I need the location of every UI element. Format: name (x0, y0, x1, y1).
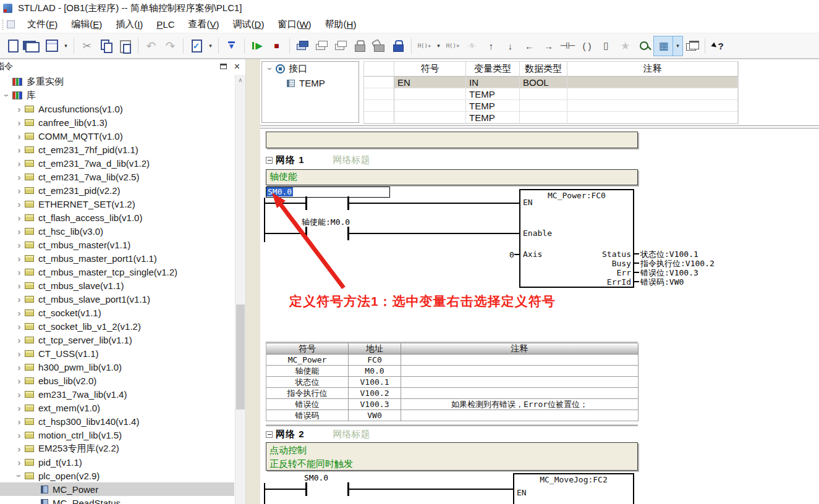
contact-bar[interactable] (305, 196, 307, 210)
interface-temp-node[interactable]: TEMP (262, 76, 359, 90)
network1-comment-box[interactable]: 轴使能 (266, 169, 638, 185)
expand-chevron-icon[interactable] (14, 376, 25, 386)
tree-item[interactable]: COMM_MQTT(v1.0) (0, 129, 234, 143)
menu-item[interactable]: PLC (150, 16, 181, 33)
expand-chevron-icon[interactable] (14, 457, 25, 468)
address-cell[interactable]: FC0 (349, 355, 401, 366)
stop-icon[interactable]: ■ (267, 36, 286, 56)
operand-edit-field[interactable]: SM0.0 (266, 187, 390, 198)
errid-operand[interactable]: 错误码:VW0 (640, 277, 684, 288)
pou-stack-blue-icon[interactable] (293, 36, 312, 56)
program-comment-box[interactable] (266, 132, 638, 148)
interface-root-node[interactable]: 接口 (262, 62, 359, 76)
compile-check-icon[interactable]: ✓ (187, 36, 206, 56)
tree-item[interactable]: MC_Power (0, 482, 234, 496)
expand-chevron-icon[interactable] (14, 145, 25, 155)
tree-item[interactable]: canfree_lib(v1.3) (0, 116, 234, 129)
mc-movejog-block[interactable]: MC_MoveJog:FC2 EN (513, 473, 634, 504)
line-right-icon[interactable]: → (539, 36, 558, 56)
expand-chevron-icon[interactable] (14, 212, 25, 223)
var-table-cell[interactable] (567, 77, 738, 88)
delete-branch-icon[interactable]: H()× (443, 36, 462, 56)
address-cell[interactable]: V100.3 (349, 399, 401, 410)
contact-bar[interactable] (305, 227, 307, 240)
cut-icon[interactable]: ✂ (77, 36, 96, 56)
tree-item[interactable]: 多重实例 (0, 75, 234, 88)
expand-chevron-icon[interactable] (14, 471, 25, 481)
contact2-label[interactable]: 轴使能:M0.0 (302, 217, 350, 228)
var-table-row-header[interactable] (364, 100, 394, 112)
comment-cell[interactable] (401, 355, 639, 366)
tree-item[interactable]: 库 (0, 88, 234, 102)
tree-item[interactable]: Arcusfunctions(v1.0) (0, 102, 234, 116)
compile-dropdown-caret-icon[interactable]: ▾ (206, 36, 215, 56)
tree-item[interactable]: ct_hsc_lib(v3.0) (0, 224, 234, 238)
mc-power-block[interactable]: MC_Power:FC0 EN Enable Axis Status Busy … (519, 189, 634, 288)
menu-item[interactable]: 帮助(H) (318, 16, 363, 33)
new-document-icon[interactable] (4, 36, 23, 56)
expand-chevron-icon[interactable] (14, 240, 25, 250)
expand-chevron-icon[interactable] (14, 362, 25, 372)
contact-icon[interactable]: ⊣⊢ (558, 36, 577, 56)
collapse-network-icon[interactable] (266, 157, 273, 164)
var-table-cell[interactable]: EN (394, 77, 466, 88)
var-table-cell[interactable]: TEMP (466, 100, 520, 112)
var-table-row-header[interactable] (364, 77, 394, 88)
var-table-cell[interactable] (394, 112, 466, 124)
download-icon[interactable]: ▼ (222, 36, 241, 56)
comment-cell[interactable] (401, 366, 639, 377)
tree-item[interactable]: em231_7wa_lib(v1.4) (0, 387, 234, 401)
box-icon[interactable]: ▯ (596, 36, 616, 56)
expand-chevron-icon[interactable] (14, 389, 25, 400)
zoom-icon[interactable] (635, 36, 654, 56)
tree-item[interactable]: motion_ctrl_lib(v1.5) (0, 428, 234, 442)
run-icon[interactable]: ▶ (248, 36, 267, 56)
expand-chevron-icon[interactable] (14, 348, 25, 359)
expand-chevron-icon[interactable] (14, 199, 25, 209)
tree-item[interactable]: ct_tcp_server_lib(v1.1) (0, 333, 234, 346)
tree-item[interactable]: ct_em231_7wa_lib(v2.5) (0, 170, 234, 183)
save-icon[interactable] (42, 36, 61, 56)
expand-chevron-icon[interactable] (14, 321, 25, 332)
address-cell[interactable]: M0.0 (349, 366, 401, 377)
panel-splitter[interactable] (245, 59, 260, 504)
close-panel-icon[interactable]: × (234, 62, 240, 72)
var-table-cell[interactable] (567, 88, 738, 100)
tree-item[interactable]: ETHERNET_SET(v1.2) (0, 197, 234, 211)
var-table-row-header[interactable] (364, 112, 394, 124)
lock-blue-icon[interactable] (389, 36, 408, 56)
undo-icon[interactable]: ↶ (142, 36, 161, 56)
tree-item[interactable]: ebus_lib(v2.0) (0, 374, 234, 387)
tree-item[interactable]: pid_t(v1.1) (0, 455, 234, 469)
expand-chevron-icon[interactable] (14, 335, 25, 345)
tree-item[interactable]: ct_em231_7wa_d_lib(v1.2) (0, 156, 234, 170)
symbol-cell[interactable]: 轴使能 (266, 366, 349, 377)
tree-item[interactable]: ct_mbus_master(v1.1) (0, 238, 234, 251)
collapse-network-icon[interactable] (266, 431, 273, 438)
tree-item[interactable]: ct_socket(v1.1) (0, 306, 234, 319)
network1-title-placeholder[interactable]: 网络标题 (333, 154, 370, 166)
menu-item[interactable]: 编辑(E) (64, 16, 109, 33)
var-table-cell[interactable] (520, 112, 567, 124)
expand-chevron-icon[interactable] (14, 131, 25, 141)
tree-item[interactable]: ct_hsp300_libv140(v1.4) (0, 414, 234, 428)
symbol-cell[interactable]: 错误位 (266, 399, 349, 410)
float-panel-icon[interactable] (220, 64, 227, 69)
expand-chevron-icon[interactable] (14, 280, 25, 291)
expand-chevron-icon[interactable] (14, 267, 25, 277)
menu-item[interactable]: 插入(I) (109, 16, 150, 33)
var-table-cell[interactable] (567, 112, 738, 124)
tree-item[interactable]: CT_USS(v1.1) (0, 346, 234, 360)
unlock-icon[interactable] (370, 36, 389, 56)
tree-item[interactable]: EM253专用库(v2.2) (0, 442, 234, 455)
var-table-cell[interactable]: IN (466, 77, 520, 88)
line-down-icon[interactable]: ↓ (501, 36, 520, 56)
var-table-cell[interactable] (520, 88, 567, 100)
comment-cell[interactable]: 如果检测到有错误，Error位被置位； (401, 399, 639, 410)
address-cell[interactable]: VW0 (349, 410, 401, 421)
redo-icon[interactable]: ↷ (161, 36, 180, 56)
contact-label[interactable]: SM0.0 (304, 473, 328, 482)
tree-item[interactable]: ct_flash_access_lib(v1.0) (0, 211, 234, 224)
menu-item[interactable]: 文件(F) (20, 16, 64, 33)
expand-chevron-icon[interactable] (14, 172, 25, 182)
